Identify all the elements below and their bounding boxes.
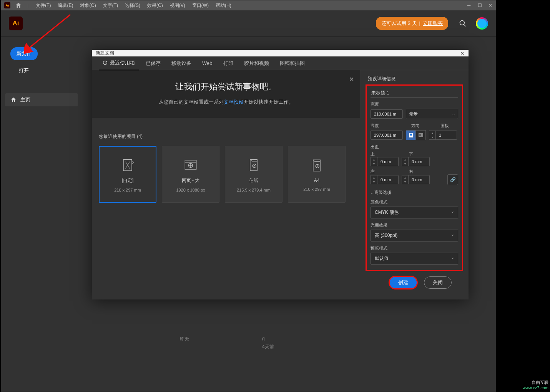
menu-object[interactable]: 对象(O): [76, 2, 99, 9]
artboard-label: 画板: [440, 123, 449, 129]
bleed-right-input[interactable]: [409, 175, 430, 184]
link-bleed-icon[interactable]: 🔗: [447, 174, 458, 185]
unit-select[interactable]: 毫米⌵: [406, 109, 458, 119]
menu-divider: |: [27, 3, 28, 8]
chevron-down-icon: ⌵: [452, 209, 454, 216]
height-label: 高度: [371, 123, 403, 129]
orientation-portrait[interactable]: [406, 130, 416, 140]
banner-heading: 让我们开始尝试新事物吧。: [103, 81, 349, 93]
search-icon[interactable]: [459, 20, 467, 27]
orientation-label: 方向: [411, 123, 432, 129]
minimize-button[interactable]: ─: [464, 2, 474, 9]
trial-banner: 还可以试用 3 天 | 立即购买: [376, 17, 448, 30]
a4-icon: [308, 157, 325, 174]
sidebar: 新文件 打开 主页: [1, 36, 82, 392]
preset-card-custom[interactable]: [自定] 210 x 297 mm: [99, 146, 156, 203]
ai-logo: Ai: [9, 17, 23, 30]
dialog-title: 新建文档: [96, 50, 114, 56]
bleed-right-label: 右: [409, 169, 428, 174]
new-file-button[interactable]: 新文件: [10, 47, 38, 60]
app-icon: Ai: [4, 2, 10, 8]
artboard-spinner[interactable]: ▲▼: [429, 131, 436, 140]
preview-mode-label: 预览模式: [371, 245, 458, 251]
menu-edit[interactable]: 编辑(E): [54, 2, 76, 9]
advanced-label: 高级选项: [374, 190, 391, 195]
user-avatar[interactable]: [476, 17, 488, 30]
bleed-bottom-input[interactable]: [409, 157, 430, 166]
bleed-bottom-label: 下: [409, 151, 413, 157]
advanced-toggle[interactable]: ⌵高级选项: [371, 190, 458, 195]
buy-now-link[interactable]: 立即购买: [423, 20, 443, 27]
card-subtitle: 215.9 x 279.4 mm: [237, 188, 271, 192]
preset-cards: [自定] 210 x 297 mm 网页 - 大 1920 x 1080 px …: [92, 146, 360, 203]
preset-card-a4[interactable]: A4 210 x 297 mm: [288, 146, 346, 203]
home-icon[interactable]: [13, 2, 27, 9]
raster-label: 光栅效果: [371, 222, 458, 228]
bleed-right-spinner[interactable]: ▲▼: [402, 175, 409, 184]
header-bar: Ai 还可以试用 3 天 | 立即购买: [1, 10, 496, 36]
tab-recent[interactable]: 最近使用项: [99, 56, 139, 71]
close-button[interactable]: ✕: [485, 2, 496, 9]
chevron-down-icon: ⌵: [452, 112, 455, 116]
new-document-dialog: 新建文档 ✕ 最近使用项 已保存 移动设备 Web 打印 胶片和视频 图稿和插图…: [92, 50, 469, 299]
height-input[interactable]: [371, 131, 403, 140]
bg-yesterday: 昨天: [180, 336, 189, 342]
dialog-close-icon[interactable]: ✕: [460, 50, 465, 56]
svg-rect-13: [410, 134, 412, 136]
tab-print[interactable]: 打印: [219, 56, 237, 70]
preset-card-letter[interactable]: 信纸 215.9 x 279.4 mm: [225, 146, 282, 203]
nav-home[interactable]: 主页: [5, 93, 78, 106]
bleed-left-spinner[interactable]: ▲▼: [371, 175, 377, 184]
bleed-top-input[interactable]: [377, 157, 399, 166]
web-icon: [182, 157, 199, 174]
trial-text: 还可以试用 3 天: [381, 20, 417, 27]
orientation-landscape[interactable]: [416, 130, 426, 140]
banner-text-post: 开始以快速开始工作。: [244, 99, 294, 105]
preview-mode-select[interactable]: 默认值⌵: [371, 253, 458, 265]
nav-home-label: 主页: [20, 96, 30, 103]
close-dialog-button[interactable]: 关闭: [424, 276, 452, 289]
open-button[interactable]: 打开: [13, 64, 35, 77]
raster-select[interactable]: 高 (300ppi)⌵: [371, 230, 458, 241]
card-subtitle: 1920 x 1080 px: [176, 188, 205, 192]
highlighted-settings: 宽度 毫米⌵ 高度 方向 画板: [366, 84, 463, 271]
bleed-top-label: 上: [371, 151, 397, 157]
watermark-line1: 自由互联: [523, 380, 548, 385]
color-mode-select[interactable]: CMYK 颜色⌵: [371, 207, 458, 218]
bleed-left-input[interactable]: [377, 175, 399, 184]
dialog-titlebar[interactable]: 新建文档 ✕: [92, 50, 469, 56]
artboard-count-input[interactable]: [436, 131, 457, 140]
maximize-button[interactable]: ☐: [474, 2, 485, 9]
trial-separator: |: [419, 20, 420, 26]
preview-value: 默认值: [375, 255, 389, 262]
raster-value: 高 (300ppi): [375, 232, 397, 239]
menu-help[interactable]: 帮助(H): [212, 2, 235, 9]
banner-presets-link[interactable]: 文档预设: [224, 99, 244, 105]
clock-icon: [103, 60, 108, 65]
menu-view[interactable]: 视图(V): [166, 2, 189, 9]
banner-close-icon[interactable]: ✕: [349, 76, 354, 83]
menu-window[interactable]: 窗口(W): [189, 2, 212, 9]
tab-web[interactable]: Web: [198, 57, 216, 69]
watermark-line2: www.xz7.com: [523, 385, 548, 390]
bleed-top-spinner[interactable]: ▲▼: [371, 157, 377, 166]
menu-effect[interactable]: 效果(C): [144, 2, 166, 9]
tab-mobile[interactable]: 移动设备: [168, 56, 195, 70]
bleed-label: 出血: [371, 144, 458, 150]
dialog-body: ✕ 让我们开始尝试新事物吧。 从您自己的文档设置或一系列文档预设开始以快速开始工…: [92, 70, 469, 299]
card-title: 网页 - 大: [182, 177, 200, 184]
menu-type[interactable]: 文字(T): [100, 2, 121, 9]
menu-select[interactable]: 选择(S): [121, 2, 144, 9]
width-input[interactable]: [371, 109, 403, 119]
card-title: A4: [314, 178, 320, 183]
bg-4days: 4天前: [262, 344, 274, 350]
color-mode-label: 颜色模式: [371, 199, 458, 205]
tab-film[interactable]: 胶片和视频: [240, 56, 273, 70]
menu-file[interactable]: 文件(F): [32, 2, 54, 9]
create-button[interactable]: 创建: [389, 276, 418, 289]
preset-card-web[interactable]: 网页 - 大 1920 x 1080 px: [162, 146, 219, 203]
tab-saved[interactable]: 已保存: [142, 56, 165, 70]
document-name-input[interactable]: [371, 89, 458, 98]
tab-art[interactable]: 图稿和插图: [276, 56, 309, 70]
bleed-bottom-spinner[interactable]: ▲▼: [402, 157, 409, 166]
